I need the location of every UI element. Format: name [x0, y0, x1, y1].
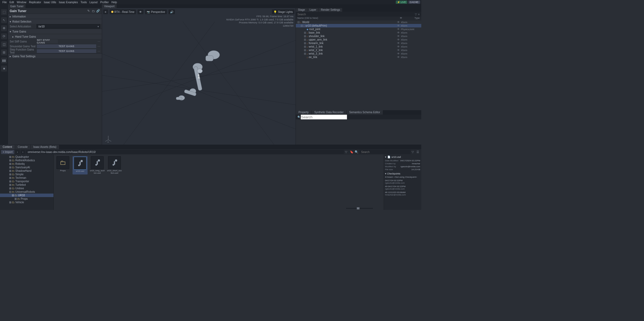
robot-selection-section[interactable]: ▾Robot Selection [8, 19, 102, 24]
content-tab[interactable]: Content [0, 145, 15, 149]
gains-test-settings-section[interactable]: ▸Gains Test Settings [8, 54, 102, 59]
menu-isaac-examples[interactable]: Isaac Examples [57, 1, 79, 4]
filter-icon[interactable]: ▽ [415, 13, 417, 16]
snap-tool-icon[interactable]: ⊞ [1, 49, 7, 55]
path-filter-icon[interactable]: ▽ [345, 150, 349, 154]
checkpoint-entry[interactable]: 04/17/24 02:22PMrgasoto@nvidia.com [385, 179, 420, 184]
grid-filter-icon[interactable]: ▽ [412, 150, 415, 154]
menu-layout[interactable]: Layout [88, 1, 99, 4]
stage-col-name[interactable]: Name (Old to New) [297, 17, 400, 20]
stage-row[interactable]: ⊞⟂upper_arm_link👁Xform [296, 38, 421, 41]
stage-row[interactable]: ⊞⟂forearm_link👁Xform [296, 41, 421, 45]
menu-profiler[interactable]: Profiler [99, 1, 110, 4]
collapse-icon[interactable]: ▾ [385, 156, 386, 158]
content-tree-row[interactable]: ⊞🗀Turtlebot [0, 183, 53, 187]
stage-lights-pill[interactable]: 💡 Stage Lights [272, 9, 294, 14]
menu-tools[interactable]: Tools [79, 1, 88, 4]
viewport-tab[interactable]: Viewport [102, 4, 117, 8]
hamburger-icon[interactable]: ≡ [103, 9, 108, 14]
menu-help[interactable]: Help [110, 1, 118, 4]
more-icon[interactable]: ⋯ [98, 50, 100, 53]
set-stiff-gains-button[interactable]: SET STIFF GAINS [37, 39, 58, 44]
content-thumbnail[interactable]: 🗀Props [55, 156, 70, 174]
folder-icon[interactable]: 🗀 [91, 9, 95, 13]
content-tree-row[interactable]: ⊞🗀Quadruptor [0, 155, 53, 159]
stage-row[interactable]: ⟂ee_link👁Xform [296, 55, 421, 59]
menu-isaac-utils[interactable]: Isaac Utils [42, 1, 57, 4]
import-button[interactable]: + Import [1, 150, 14, 154]
render-settings-tab[interactable]: Render Settings [319, 8, 343, 12]
stage-tree[interactable]: ⊟⟂World👁Xform⊟⟂ur10 (defaultPrim)👁Xform◆… [296, 20, 421, 109]
gain-tuner-tab[interactable]: Gain Tuner [8, 4, 26, 8]
content-grid[interactable]: 🗀Propsur10.usdur10_long_suction.usdur10_… [54, 155, 384, 210]
content-thumbnail[interactable]: ur10_long_suction.usd [90, 156, 105, 174]
stage-row[interactable]: ⊟⟂World👁Xform [296, 20, 421, 24]
nav-back-icon[interactable]: ‹ [15, 150, 20, 154]
content-thumbnail[interactable]: ur10.usd [73, 156, 88, 174]
isaac-assets-tab[interactable]: Isaac Assets (Beta) [31, 145, 59, 149]
stage-row[interactable]: ⊞⟂wrist_2_link👁Xform [296, 48, 421, 52]
live-badge[interactable]: ⚡ LIVE [396, 1, 407, 4]
menu-window[interactable]: Window [15, 1, 28, 4]
audio-icon[interactable]: 🔊 [168, 9, 175, 14]
viewport[interactable]: 1 ≡ RTX - Real-Time 👁 📷 Perspective 🔊 💡 … [102, 8, 296, 145]
stage-row[interactable]: ⊟⟂ur10 (defaultPrim)👁Xform [296, 24, 421, 27]
stage-col-type[interactable]: Type [404, 17, 420, 20]
content-search-input[interactable] [359, 150, 411, 154]
stage-row[interactable]: ⊞⟂base_link👁Xform [296, 31, 421, 34]
path-input[interactable] [26, 150, 344, 154]
eye-icon[interactable]: 👁 [138, 9, 143, 14]
menu-file[interactable]: File [1, 1, 8, 4]
content-tree-row[interactable]: ⊞🗀Techman [0, 176, 53, 180]
content-tree-row[interactable]: ⊟🗀UniversalRobots [0, 190, 53, 194]
test-gains-sin-button[interactable]: TEST GAINS [37, 44, 96, 48]
console-tab[interactable]: Console [15, 145, 31, 149]
camera-pill[interactable]: 📷 Perspective [145, 9, 167, 14]
content-tree[interactable]: ⊞🗀Quadruptor⊞🗀RethinkRobotics⊞🗀Robotiq⊞🗀… [0, 155, 54, 210]
content-tree-row[interactable]: ⊞🗀Transporter [0, 180, 53, 183]
content-tree-row[interactable]: ⊟🗀UR10 [0, 194, 53, 197]
nav-fwd-icon[interactable]: › [21, 150, 25, 154]
stop-icon[interactable]: ■ [1, 66, 7, 72]
more-icon[interactable]: ⋯ [98, 40, 100, 43]
stage-row[interactable]: ⊞⟂shoulder_link👁Xform [296, 34, 421, 38]
content-thumbnail[interactable]: ur10_short_suction.usd [107, 156, 122, 174]
layer-tab[interactable]: Layer [307, 8, 319, 12]
list-view-icon[interactable]: ☰ [416, 150, 420, 154]
property-search-input[interactable] [301, 115, 347, 120]
stage-search-input[interactable] [297, 13, 415, 16]
property-tab[interactable]: Property [296, 110, 312, 115]
stage-tab[interactable]: Stage [296, 8, 307, 12]
move-tool-icon[interactable]: ✥ [1, 25, 7, 31]
content-tree-row[interactable]: ⊞🗀Simple [0, 173, 53, 176]
tune-gains-section[interactable]: ▾Tune Gains [8, 29, 102, 34]
hand-tune-gains-section[interactable]: ▸Hand Tune Gains [8, 34, 102, 39]
select-articulation-dropdown[interactable]: /ur10 [37, 24, 100, 28]
thumbnail-size-slider[interactable] [346, 208, 373, 209]
content-tree-row[interactable]: ⊞🗀Unitree [0, 187, 53, 190]
more-icon[interactable]: ⋯ [98, 45, 100, 48]
link-icon[interactable]: 🔗 [96, 9, 100, 13]
bookmark-icon[interactable]: 🔖 [350, 150, 354, 154]
content-tree-row[interactable]: ⊞🗀Props [0, 197, 53, 201]
stage-row[interactable]: ⊞⟂wrist_1_link👁Xform [296, 45, 421, 48]
cursor-tool-icon[interactable]: ↖ [1, 17, 7, 23]
rotate-tool-icon[interactable]: ⟳ [1, 33, 7, 39]
test-gains-step-button[interactable]: TEST GAINS [37, 49, 96, 53]
options-icon[interactable]: ≡ [418, 13, 420, 16]
content-tree-row[interactable]: ⊞🗀Robotiq [0, 162, 53, 166]
content-tree-row[interactable]: ⊞🗀ShadowHand [0, 169, 53, 173]
content-tree-row[interactable]: ⊞🗀SanctuaryAI [0, 166, 53, 169]
select-tool-icon[interactable]: ⬚ [1, 9, 7, 15]
render-mode-pill[interactable]: RTX - Real-Time [110, 9, 136, 14]
checkpoint-entry[interactable]: #9 04/17/24 02:22PMrgasoto@nvidia.com [385, 185, 420, 190]
pause-icon[interactable]: ▮▮ [1, 58, 7, 63]
menu-replicator[interactable]: Replicator [28, 1, 42, 4]
content-tree-row[interactable]: ⊞🗀RethinkRobotics [0, 159, 53, 162]
information-section[interactable]: ▸Information [8, 14, 102, 19]
content-tree-row[interactable]: ⊞🗀Vehicle [0, 201, 53, 204]
semantics-tab[interactable]: Semantics Schema Editor [347, 110, 383, 115]
stage-row[interactable]: ⊞⟂wrist_3_link👁Xform [296, 52, 421, 55]
cache-badge[interactable]: CACHE: [408, 1, 420, 4]
edit-icon[interactable]: ✎ [86, 9, 91, 13]
